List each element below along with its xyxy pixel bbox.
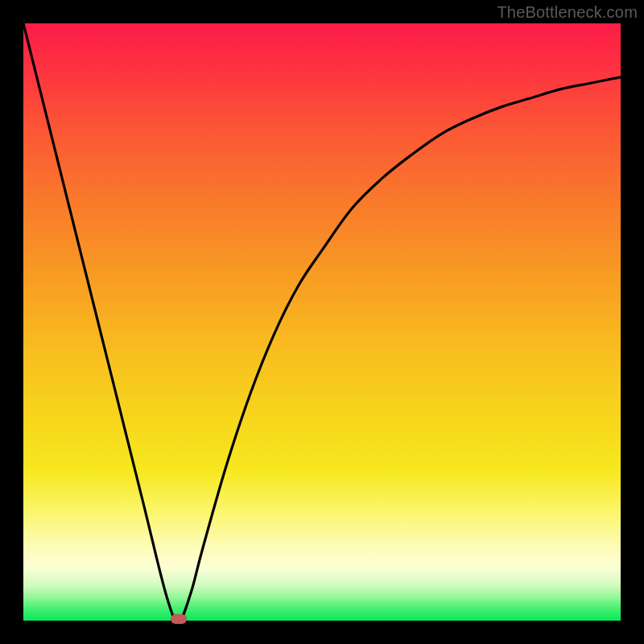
chart-stage: TheBottleneck.com: [0, 0, 644, 644]
minimum-marker: [171, 614, 187, 624]
watermark-text: TheBottleneck.com: [497, 3, 638, 22]
curve-svg: [23, 23, 621, 621]
plot-area: [23, 23, 621, 621]
bottleneck-curve: [23, 23, 621, 621]
